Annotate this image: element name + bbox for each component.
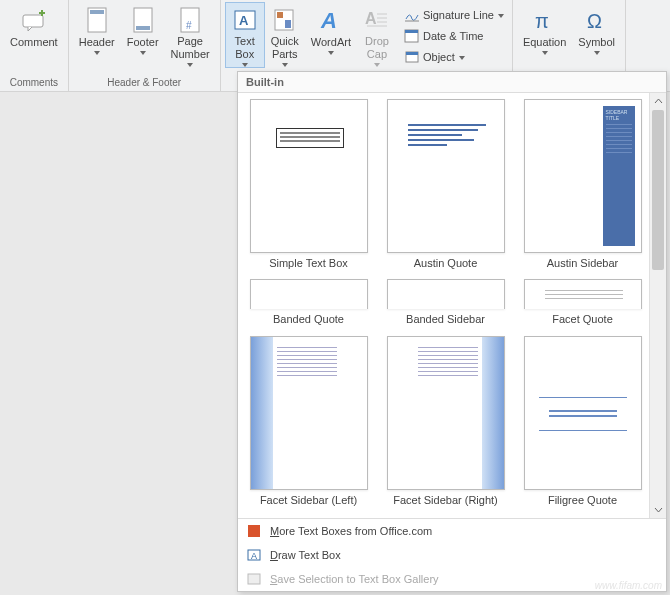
- tile-facet-sidebar-right[interactable]: Facet Sidebar (Right): [381, 336, 510, 512]
- svg-rect-0: [23, 15, 43, 27]
- page-number-icon: #: [176, 6, 204, 33]
- scrollbar-thumb[interactable]: [652, 110, 664, 270]
- save-gallery-icon: [246, 571, 262, 587]
- equation-button[interactable]: π Equation: [517, 2, 572, 68]
- wordart-button[interactable]: A WordArt: [305, 2, 357, 68]
- chevron-down-icon: [328, 51, 334, 55]
- signature-line-button[interactable]: Signature Line: [400, 4, 508, 25]
- comment-label: Comment: [10, 36, 58, 49]
- tile-label: Filigree Quote: [548, 494, 617, 508]
- symbol-label: Symbol: [578, 36, 615, 49]
- scroll-up-button[interactable]: [650, 93, 666, 110]
- header-button[interactable]: Header: [73, 2, 121, 68]
- tile-label: Austin Sidebar: [547, 257, 619, 271]
- text-box-button[interactable]: A TextBox: [225, 2, 265, 68]
- draw-textbox-item[interactable]: A Draw Text Box: [238, 543, 666, 567]
- gallery-grid: Simple Text Box Austin Quote SIDEBAR TIT…: [238, 93, 649, 518]
- svg-text:Ω: Ω: [587, 10, 602, 32]
- group-hf-label: Header & Footer: [73, 75, 216, 91]
- signature-label: Signature Line: [423, 9, 494, 21]
- more-label: More Text Boxes from Office.com: [270, 525, 432, 537]
- quick-parts-button[interactable]: QuickParts: [265, 2, 305, 68]
- svg-rect-22: [406, 52, 418, 55]
- drop-cap-icon: A: [363, 6, 391, 33]
- chevron-down-icon: [374, 63, 380, 67]
- tile-label: Simple Text Box: [269, 257, 348, 271]
- drop-cap-label: DropCap: [365, 35, 389, 61]
- gallery-section-header: Built-in: [238, 72, 666, 92]
- comment-icon: [20, 6, 48, 34]
- page-number-button[interactable]: # PageNumber: [165, 2, 216, 68]
- svg-text:A: A: [365, 10, 377, 27]
- comment-button[interactable]: Comment: [4, 2, 64, 68]
- chevron-down-icon: [498, 14, 504, 18]
- chevron-down-icon: [459, 56, 465, 60]
- page-number-label: PageNumber: [171, 35, 210, 61]
- date-time-label: Date & Time: [423, 30, 484, 42]
- tile-austin-sidebar[interactable]: SIDEBAR TITLE Austin Sidebar: [518, 99, 647, 275]
- more-textboxes-item[interactable]: More Text Boxes from Office.com: [238, 519, 666, 543]
- symbol-icon: Ω: [583, 6, 611, 34]
- svg-rect-4: [136, 26, 150, 30]
- office-icon: [246, 523, 262, 539]
- signature-icon: [404, 7, 420, 23]
- object-label: Object: [423, 51, 455, 63]
- drop-cap-button[interactable]: A DropCap: [357, 2, 397, 68]
- tile-label: Facet Sidebar (Right): [393, 494, 498, 508]
- chevron-down-icon: [187, 63, 193, 67]
- svg-text:A: A: [320, 8, 337, 32]
- tile-label: Facet Quote: [552, 313, 613, 327]
- watermark: www.fifam.com: [595, 580, 662, 591]
- tile-simple-text-box[interactable]: Simple Text Box: [244, 99, 373, 275]
- wordart-icon: A: [317, 6, 345, 34]
- date-time-icon: [404, 28, 420, 44]
- chevron-down-icon: [282, 63, 288, 67]
- svg-rect-25: [248, 525, 260, 537]
- text-box-icon: A: [231, 6, 259, 33]
- tile-austin-quote[interactable]: Austin Quote: [381, 99, 510, 275]
- tile-label: Banded Quote: [273, 313, 344, 327]
- gallery-scroll-area: Simple Text Box Austin Quote SIDEBAR TIT…: [238, 92, 666, 518]
- tile-facet-sidebar-left[interactable]: Facet Sidebar (Left): [244, 336, 373, 512]
- svg-rect-11: [285, 20, 291, 28]
- tile-label: Austin Quote: [414, 257, 478, 271]
- tile-banded-quote[interactable]: Banded Quote: [244, 279, 373, 331]
- gallery-scrollbar[interactable]: [649, 93, 666, 518]
- chevron-down-icon: [242, 63, 248, 67]
- object-icon: [404, 49, 420, 65]
- footer-icon: [129, 6, 157, 34]
- quick-parts-icon: [271, 6, 299, 33]
- group-comments-label: Comments: [4, 75, 64, 91]
- svg-rect-20: [405, 30, 418, 33]
- tile-banded-sidebar[interactable]: Banded Sidebar: [381, 279, 510, 331]
- draw-textbox-icon: A: [246, 547, 262, 563]
- object-button[interactable]: Object: [400, 46, 508, 67]
- tile-facet-quote[interactable]: Facet Quote: [518, 279, 647, 331]
- tile-label: Banded Sidebar: [406, 313, 485, 327]
- svg-text:A: A: [251, 551, 257, 561]
- svg-rect-28: [248, 574, 260, 584]
- chevron-down-icon: [594, 51, 600, 55]
- tile-label: Facet Sidebar (Left): [260, 494, 357, 508]
- chevron-down-icon: [140, 51, 146, 55]
- footer-label: Footer: [127, 36, 159, 49]
- date-time-button[interactable]: Date & Time: [400, 25, 508, 46]
- equation-icon: π: [531, 6, 559, 34]
- svg-rect-2: [90, 10, 104, 14]
- save-label: Save Selection to Text Box Gallery: [270, 573, 439, 585]
- scroll-down-button[interactable]: [650, 501, 666, 518]
- draw-label: Draw Text Box: [270, 549, 341, 561]
- svg-text:π: π: [535, 10, 549, 32]
- equation-label: Equation: [523, 36, 566, 49]
- svg-text:#: #: [186, 20, 192, 31]
- footer-button[interactable]: Footer: [121, 2, 165, 68]
- text-box-gallery-dropdown: Built-in Simple Text Box Austin Quote SI…: [237, 71, 667, 592]
- text-box-label: TextBox: [235, 35, 255, 61]
- quick-parts-label: QuickParts: [271, 35, 299, 61]
- chevron-down-icon: [94, 51, 100, 55]
- tile-filigree-quote[interactable]: Filigree Quote: [518, 336, 647, 512]
- wordart-label: WordArt: [311, 36, 351, 49]
- symbol-button[interactable]: Ω Symbol: [572, 2, 621, 68]
- header-label: Header: [79, 36, 115, 49]
- header-icon: [83, 6, 111, 34]
